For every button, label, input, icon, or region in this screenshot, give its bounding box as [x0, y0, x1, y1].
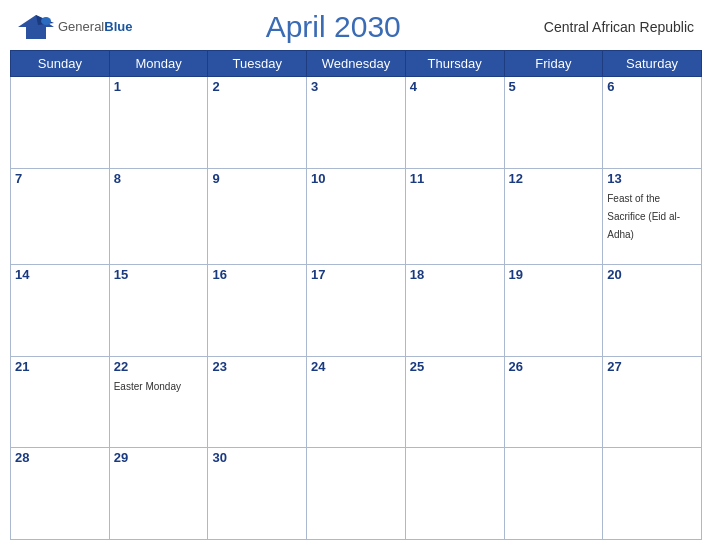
calendar-cell: 28: [11, 448, 110, 540]
day-number: 4: [410, 79, 500, 94]
calendar-cell: 20: [603, 265, 702, 357]
calendar-cell: [504, 448, 603, 540]
logo-general: General: [58, 19, 104, 34]
day-number: 14: [15, 267, 105, 282]
calendar-page: GeneralBlue April 2030 Central African R…: [0, 0, 712, 550]
col-tuesday: Tuesday: [208, 51, 307, 77]
calendar-cell: [603, 448, 702, 540]
day-number: 26: [509, 359, 599, 374]
day-number: 13: [607, 171, 697, 186]
day-number: 9: [212, 171, 302, 186]
day-number: 15: [114, 267, 204, 282]
day-number: 28: [15, 450, 105, 465]
calendar-cell: 10: [307, 168, 406, 265]
calendar-cell: 24: [307, 356, 406, 448]
calendar-cell: 22Easter Monday: [109, 356, 208, 448]
calendar-body: 12345678910111213Feast of the Sacrifice …: [11, 77, 702, 540]
calendar-cell: 29: [109, 448, 208, 540]
calendar-cell: [307, 448, 406, 540]
logo: GeneralBlue: [18, 13, 132, 41]
col-sunday: Sunday: [11, 51, 110, 77]
calendar-cell: 26: [504, 356, 603, 448]
day-number: 20: [607, 267, 697, 282]
calendar-cell: 4: [405, 77, 504, 169]
calendar-cell: 16: [208, 265, 307, 357]
day-number: 22: [114, 359, 204, 374]
calendar-cell: 23: [208, 356, 307, 448]
calendar-cell: 18: [405, 265, 504, 357]
calendar-cell: 2: [208, 77, 307, 169]
day-number: 17: [311, 267, 401, 282]
calendar-week-4: 2122Easter Monday2324252627: [11, 356, 702, 448]
calendar-cell: 3: [307, 77, 406, 169]
calendar-week-1: 123456: [11, 77, 702, 169]
calendar-cell: 15: [109, 265, 208, 357]
header: GeneralBlue April 2030 Central African R…: [0, 0, 712, 50]
col-monday: Monday: [109, 51, 208, 77]
day-number: 18: [410, 267, 500, 282]
calendar-cell: 5: [504, 77, 603, 169]
logo-text: GeneralBlue: [58, 20, 132, 34]
day-number: 12: [509, 171, 599, 186]
calendar-header: Sunday Monday Tuesday Wednesday Thursday…: [11, 51, 702, 77]
month-title: April 2030: [132, 10, 534, 44]
day-number: 27: [607, 359, 697, 374]
calendar-cell: 8: [109, 168, 208, 265]
day-number: 21: [15, 359, 105, 374]
day-number: 23: [212, 359, 302, 374]
day-number: 16: [212, 267, 302, 282]
day-number: 1: [114, 79, 204, 94]
calendar-week-5: 282930: [11, 448, 702, 540]
event-label: Easter Monday: [114, 381, 181, 392]
day-number: 10: [311, 171, 401, 186]
calendar-week-3: 14151617181920: [11, 265, 702, 357]
calendar-grid: Sunday Monday Tuesday Wednesday Thursday…: [0, 50, 712, 550]
calendar-table: Sunday Monday Tuesday Wednesday Thursday…: [10, 50, 702, 540]
col-thursday: Thursday: [405, 51, 504, 77]
day-number: 3: [311, 79, 401, 94]
calendar-cell: 7: [11, 168, 110, 265]
day-number: 5: [509, 79, 599, 94]
calendar-cell: 25: [405, 356, 504, 448]
calendar-cell: 12: [504, 168, 603, 265]
calendar-cell: [405, 448, 504, 540]
col-wednesday: Wednesday: [307, 51, 406, 77]
calendar-cell: 1: [109, 77, 208, 169]
calendar-cell: 27: [603, 356, 702, 448]
svg-point-2: [41, 17, 51, 25]
col-saturday: Saturday: [603, 51, 702, 77]
country-label: Central African Republic: [534, 19, 694, 35]
header-row: Sunday Monday Tuesday Wednesday Thursday…: [11, 51, 702, 77]
day-number: 11: [410, 171, 500, 186]
day-number: 19: [509, 267, 599, 282]
day-number: 24: [311, 359, 401, 374]
day-number: 2: [212, 79, 302, 94]
day-number: 7: [15, 171, 105, 186]
calendar-cell: 11: [405, 168, 504, 265]
calendar-cell: 13Feast of the Sacrifice (Eid al-Adha): [603, 168, 702, 265]
calendar-cell: 21: [11, 356, 110, 448]
calendar-cell: 19: [504, 265, 603, 357]
day-number: 25: [410, 359, 500, 374]
logo-bird-icon: [18, 13, 54, 41]
calendar-cell: [11, 77, 110, 169]
logo-blue: Blue: [104, 19, 132, 34]
calendar-cell: 6: [603, 77, 702, 169]
calendar-cell: 30: [208, 448, 307, 540]
event-label: Feast of the Sacrifice (Eid al-Adha): [607, 193, 680, 240]
calendar-cell: 17: [307, 265, 406, 357]
col-friday: Friday: [504, 51, 603, 77]
calendar-cell: 14: [11, 265, 110, 357]
day-number: 30: [212, 450, 302, 465]
day-number: 6: [607, 79, 697, 94]
calendar-week-2: 78910111213Feast of the Sacrifice (Eid a…: [11, 168, 702, 265]
day-number: 29: [114, 450, 204, 465]
calendar-cell: 9: [208, 168, 307, 265]
day-number: 8: [114, 171, 204, 186]
